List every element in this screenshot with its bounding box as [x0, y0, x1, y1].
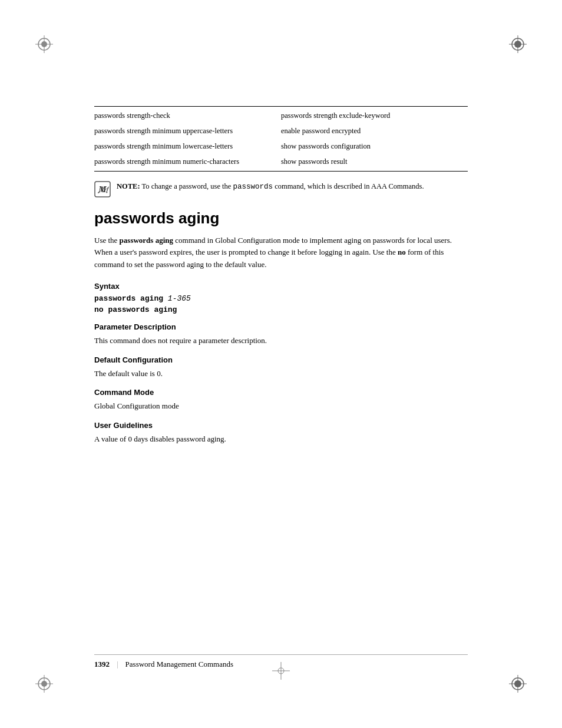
table-cell-cmd6: show passwords configuration	[281, 139, 468, 154]
table-cell-cmd3: passwords strength minimum uppercase-let…	[94, 123, 281, 139]
table-cell-cmd2: passwords strength exclude-keyword	[281, 107, 468, 124]
subsection-default-heading: Default Configuration	[94, 355, 468, 364]
syntax-line1: passwords aging 1-365	[94, 294, 468, 303]
section-title: passwords aging	[94, 209, 468, 228]
section-intro: Use the passwords aging command in Globa…	[94, 235, 468, 271]
corner-mark-br	[491, 657, 527, 693]
subsection-mode-content: Global Configuration mode	[94, 400, 468, 413]
subsection-syntax-heading: Syntax	[94, 282, 468, 291]
syntax-line2: no passwords aging	[94, 305, 468, 314]
corner-mark-bl	[35, 657, 71, 693]
intro-bold2: no	[398, 248, 406, 256]
subsection-guidelines-heading: User Guidelines	[94, 421, 468, 430]
table-row: passwords strength minimum uppercase-let…	[94, 123, 468, 139]
command-table: passwords strength-check passwords stren…	[94, 106, 468, 172]
table-cell-cmd7: passwords strength minimum numeric-chara…	[94, 154, 281, 171]
svg-text:M: M	[98, 185, 107, 194]
subsection-guidelines-content: A value of 0 days disables password agin…	[94, 433, 468, 446]
note-icon: 𝓜 M	[94, 181, 111, 197]
footer-separator: |	[117, 660, 118, 669]
table-row: passwords strength minimum numeric-chara…	[94, 154, 468, 171]
note-text: NOTE: To change a password, use the pass…	[117, 181, 424, 193]
footer-page-number: 1392	[94, 660, 110, 669]
table-row: passwords strength-check passwords stren…	[94, 107, 468, 124]
table-cell-cmd1: passwords strength-check	[94, 107, 281, 124]
bottom-center-mark	[272, 662, 290, 682]
subsection-param-content: This command does not require a paramete…	[94, 335, 468, 347]
note-content: To change a password, use the passwords …	[142, 182, 424, 190]
corner-mark-tr	[491, 35, 527, 71]
note-box: 𝓜 M NOTE: To change a password, use the …	[94, 181, 468, 197]
table-row: passwords strength minimum lowercase-let…	[94, 139, 468, 154]
note-label: NOTE:	[117, 182, 140, 190]
page: passwords strength-check passwords stren…	[0, 0, 562, 728]
subsection-mode-heading: Command Mode	[94, 388, 468, 397]
subsection-param-heading: Parameter Description	[94, 322, 468, 331]
footer-title: Password Management Commands	[125, 660, 233, 669]
corner-mark-tl	[35, 35, 71, 71]
intro-bold1: passwords aging	[120, 236, 173, 245]
table-cell-cmd8: show passwords result	[281, 154, 468, 171]
main-content: passwords strength-check passwords stren…	[94, 106, 468, 634]
subsection-default-content: The default value is 0.	[94, 368, 468, 380]
table-cell-cmd5: passwords strength minimum lowercase-let…	[94, 139, 281, 154]
table-cell-cmd4: enable password encrypted	[281, 123, 468, 139]
